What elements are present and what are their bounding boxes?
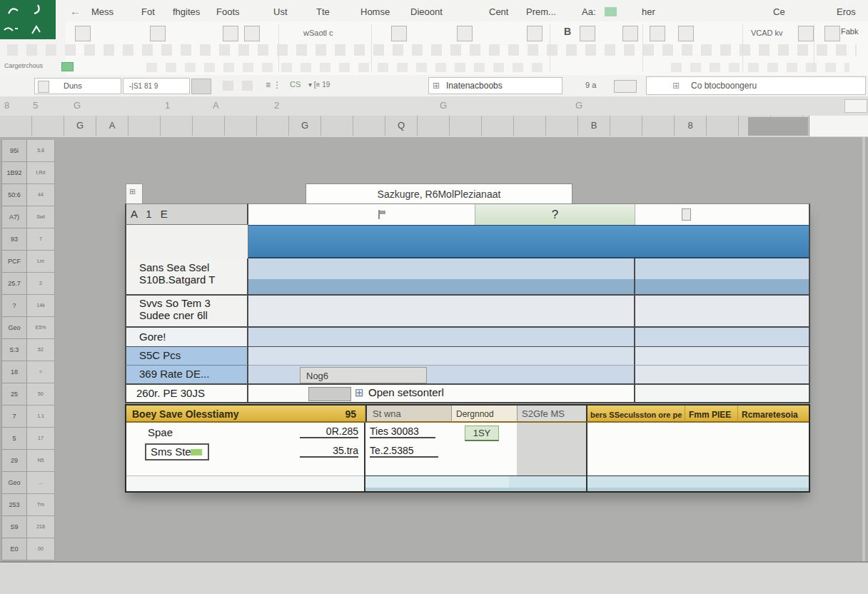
data-cell[interactable] (248, 328, 635, 347)
ribbon-button-icon[interactable] (678, 26, 694, 41)
column-header-cell[interactable] (642, 116, 675, 136)
row-label[interactable]: Svvs So Tem 3 Sudee cner 6ll (125, 296, 248, 328)
row-label[interactable]: 260r. PE 30JS (125, 385, 248, 403)
mini-name-box[interactable]: ⊞ (126, 183, 143, 205)
sort-box[interactable]: -|S1 81 9 (123, 78, 190, 94)
ribbon-tab[interactable]: Tte (316, 6, 330, 17)
summary-row-label[interactable]: Spae (148, 426, 173, 438)
column-header-cell[interactable] (418, 116, 450, 136)
data-cell[interactable] (635, 366, 810, 385)
ribbon-button-icon[interactable] (580, 26, 595, 41)
ribbon-tab[interactable]: Cent (489, 6, 508, 17)
ribbon-button-icon[interactable] (391, 26, 407, 41)
column-header-cell[interactable] (353, 116, 385, 136)
row-label-selected[interactable]: S5C Pcs (125, 347, 248, 366)
ribbon-tab[interactable]: Aa: (582, 6, 596, 17)
column-header-cell[interactable] (707, 116, 739, 136)
strip-cell-a[interactable]: Geo (1, 317, 27, 339)
ribbon-button-icon[interactable] (457, 26, 473, 41)
data-cell[interactable] (248, 347, 635, 366)
ribbon-tab[interactable]: Ust (273, 6, 288, 17)
green-status-cell[interactable]: 1SY (465, 426, 499, 441)
strip-cell-b[interactable]: = (27, 361, 55, 383)
file-button[interactable] (0, 0, 56, 39)
chart-thumbnail-icon[interactable] (191, 79, 211, 94)
teal-cell[interactable] (587, 475, 809, 491)
banner-left-gap[interactable] (125, 225, 248, 258)
ribbon-tab[interactable]: Eros (837, 6, 856, 17)
strip-cell-a[interactable]: 25.7 (1, 273, 27, 295)
selected-column-block[interactable] (748, 117, 808, 136)
summary-header-title-cell[interactable]: Boey Save Olesstiamy 95 (126, 406, 365, 423)
data-cell[interactable] (635, 296, 810, 328)
column-header-cell[interactable] (128, 116, 161, 136)
row-label[interactable]: Gore! (125, 328, 248, 347)
summary-header-cell[interactable]: Rcmaretesoia (738, 406, 809, 423)
strip-cell-a[interactable]: 253 (1, 494, 27, 516)
strip-cell-b[interactable]: E5% (27, 317, 55, 339)
ribbon-tab[interactable]: Ce (773, 6, 785, 17)
data-cell[interactable] (635, 347, 810, 366)
strip-cell-b[interactable]: Tm (27, 494, 55, 516)
data-cell[interactable] (635, 258, 810, 296)
strip-cell-b[interactable]: 50 (27, 383, 55, 406)
strip-cell-a[interactable]: ? (1, 295, 27, 317)
summary-value[interactable]: Ties 30083 (370, 426, 435, 438)
data-cell[interactable]: Nog6 (248, 366, 635, 385)
ribbon-button-icon[interactable] (650, 26, 665, 41)
ribbon-tab[interactable]: Mess (91, 6, 113, 17)
ribbon-button-icon[interactable] (75, 26, 91, 41)
strip-cell-b[interactable]: 52 (27, 339, 55, 361)
data-cell[interactable] (248, 258, 635, 296)
column-header-cell[interactable] (546, 116, 578, 136)
gray-button[interactable] (308, 387, 351, 401)
right-scrollbar[interactable] (862, 137, 865, 561)
strip-cell-b[interactable]: t.Rd (27, 162, 55, 184)
strip-cell-a[interactable]: 5:3 (1, 339, 27, 361)
ribbon-button-icon[interactable] (150, 26, 166, 41)
strip-cell-b[interactable]: 218 (27, 516, 55, 538)
strip-cell-a[interactable]: 95i (1, 140, 27, 162)
strip-cell-b[interactable]: N5 (27, 450, 55, 472)
summary-header-cell[interactable]: St wna (365, 406, 451, 423)
summary-header-cell[interactable]: Dergnnod (451, 406, 517, 423)
teal-cell[interactable] (126, 475, 364, 491)
strip-cell-a[interactable]: 7 (1, 406, 27, 428)
ribbon-button-icon[interactable] (798, 26, 814, 41)
grid-header-green[interactable]: ? (475, 203, 635, 225)
ribbon-tab[interactable]: Prem... (526, 6, 556, 17)
formula-input[interactable]: ⊞ Inatenacboobs (428, 77, 562, 94)
nog-input[interactable]: Nog6 (300, 367, 427, 383)
strip-cell-b[interactable]: ... (27, 472, 55, 494)
grid-header-main[interactable] (248, 203, 475, 225)
strip-cell-a[interactable]: Geo (1, 472, 27, 494)
strip-cell-b[interactable]: 7 (27, 228, 55, 251)
column-header-cell[interactable] (321, 116, 353, 136)
ribbon-button-icon[interactable] (244, 26, 260, 41)
selected-cell-box[interactable]: Sms Ste (145, 443, 209, 460)
strip-cell-a[interactable]: 25 (1, 383, 27, 406)
strip-cell-b[interactable]: Swt (27, 206, 55, 228)
strip-cell-b[interactable]: 5.8 (27, 140, 55, 162)
strip-cell-a[interactable]: E0 (1, 538, 27, 560)
ribbon-tab[interactable]: Homse (360, 6, 390, 17)
table-title-box[interactable]: Sazkugre, R6MolPlezianaat (306, 183, 572, 205)
banner-row[interactable] (248, 225, 810, 258)
strip-cell-a[interactable]: A7) (1, 206, 27, 228)
data-cell[interactable] (248, 296, 635, 328)
ribbon-button-icon[interactable] (622, 26, 638, 41)
column-header-cell[interactable] (482, 116, 514, 136)
column-header-cell[interactable] (514, 116, 546, 136)
column-header-cell[interactable]: A (96, 116, 128, 136)
strip-cell-b[interactable]: Lnr (27, 251, 55, 273)
column-header-cell[interactable] (450, 116, 482, 136)
column-header-cell[interactable] (257, 116, 289, 136)
summary-value[interactable]: 0R.285 (300, 426, 358, 438)
strip-cell-a[interactable]: 18 (1, 361, 27, 383)
column-header-cell[interactable] (0, 116, 32, 136)
ribbon-tab[interactable]: Dieoont (410, 6, 443, 17)
row-label[interactable]: Sans Sea Ssel S10B.Satgard T (125, 258, 248, 296)
small-toggle-icon[interactable] (614, 80, 637, 93)
search-box[interactable]: ⊞ Co btocboongeru (646, 76, 866, 95)
comments-label[interactable]: Cargetrchous (4, 62, 43, 69)
